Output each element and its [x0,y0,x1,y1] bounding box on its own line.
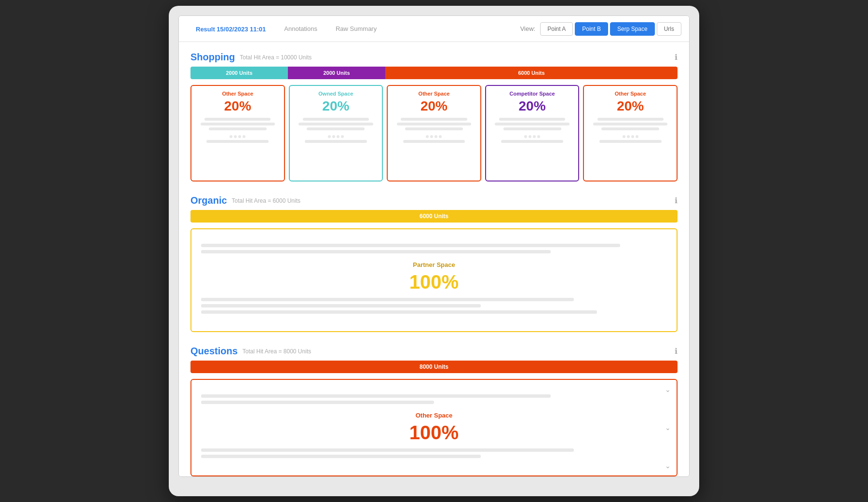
organic-bar: 6000 Units [190,210,678,223]
bar-segment-orange: 6000 Units [385,67,678,79]
tab-annotations[interactable]: Annotations [275,21,326,37]
organic-line1 [201,244,620,247]
questions-card-label: Other Space [416,412,453,419]
card3-label: Other Space [419,91,450,97]
questions-line2 [201,401,434,404]
view-btn-serp-space[interactable]: Serp Space [610,22,655,36]
card1-dots [230,135,245,138]
organic-section: Organic Total Hit Area = 6000 Units ℹ 60… [190,195,678,332]
card4-line4 [501,140,563,143]
dot [623,135,625,138]
tab-result[interactable]: Result 15/02/2023 11:01 [187,21,275,37]
card3-line1 [401,118,467,121]
dot [631,135,634,138]
view-label: View: [520,25,536,32]
shopping-card-2: Owned Space 20% [289,85,383,181]
organic-title: Organic [190,195,227,206]
shopping-cards-row: Other Space 20% [190,85,678,181]
card1-line4 [206,140,269,143]
shopping-title: Shopping [190,52,235,63]
dot [529,135,531,138]
questions-bar: 8000 Units [190,361,678,373]
dot [337,135,339,138]
organic-line5 [201,310,597,314]
questions-subtitle: Total Hit Area = 8000 Units [243,348,311,355]
dot [636,135,638,138]
dot [524,135,527,138]
dot [328,135,331,138]
questions-section: Questions Total Hit Area = 8000 Units ℹ … [190,346,678,476]
dot [533,135,536,138]
organic-line2 [201,250,551,253]
dot [234,135,237,138]
shopping-card-5: Other Space 20% [583,85,678,181]
view-btn-point-a[interactable]: Point A [540,22,573,36]
shopping-header: Shopping Total Hit Area = 10000 Units ℹ [190,52,678,63]
questions-line1 [201,394,551,398]
shopping-info-icon[interactable]: ℹ [675,53,678,62]
card1-pct: 20% [224,98,251,114]
questions-info-icon[interactable]: ℹ [675,347,678,356]
card2-line1 [303,118,369,121]
organic-card-label: Partner Space [413,261,455,268]
dot [434,135,437,138]
dot [238,135,241,138]
card5-line1 [597,118,664,121]
view-btn-urls[interactable]: Urls [657,22,681,36]
chevron-bot-icon: ⌄ [665,462,671,470]
card2-line2 [298,123,373,126]
card5-label: Other Space [615,91,646,97]
bar-segment-teal: 2000 Units [190,67,288,79]
card2-lines [295,118,378,143]
card5-line3 [601,127,659,130]
card5-line2 [593,123,667,126]
questions-card-pct: 100% [409,422,459,444]
dot [537,135,540,138]
card5-lines [589,118,672,143]
organic-line4 [201,304,481,307]
card2-dots [328,135,344,138]
card3-pct: 20% [420,98,448,114]
card3-line4 [403,140,465,143]
dot [430,135,433,138]
laptop-frame: Result 15/02/2023 11:01 Annotations Raw … [169,6,699,496]
dot [426,135,429,138]
tab-bar: Result 15/02/2023 11:01 Annotations Raw … [179,16,689,42]
card4-label: Competitor Space [510,91,555,97]
bar-segment-purple: 2000 Units [288,67,385,79]
card5-pct: 20% [617,98,644,114]
shopping-unit-bar: 2000 Units 2000 Units 6000 Units [190,67,678,79]
card5-dots [623,135,638,138]
dot [243,135,245,138]
tab-raw-summary[interactable]: Raw Summary [326,21,386,37]
organic-info-icon[interactable]: ℹ [675,196,678,205]
card1-label: Other Space [222,91,253,97]
card3-line2 [397,123,471,126]
organic-card: Partner Space 100% [190,228,678,332]
card2-line3 [307,127,365,130]
questions-line4 [201,455,481,458]
card1-lines [196,118,279,143]
view-btn-point-b[interactable]: Point B [575,22,608,36]
card1-line3 [209,127,267,130]
view-buttons: Point A Point B Serp Space Urls [540,22,681,36]
card4-line2 [495,123,569,126]
organic-subtitle: Total Hit Area = 6000 Units [232,197,300,204]
shopping-card-4: Competitor Space 20% [485,85,580,181]
questions-line3 [201,448,574,452]
questions-card: ⌄ Other Space 100% ⌄ ⌄ [190,379,678,476]
organic-header: Organic Total Hit Area = 6000 Units ℹ [190,195,678,206]
questions-title: Questions [190,346,238,357]
card4-pct: 20% [519,98,546,114]
questions-header: Questions Total Hit Area = 8000 Units ℹ [190,346,678,357]
card4-lines [491,118,574,143]
card3-lines [393,118,475,143]
shopping-subtitle: Total Hit Area = 10000 Units [240,54,312,61]
card2-line4 [305,140,367,143]
card2-label: Owned Space [318,91,353,97]
dot [341,135,344,138]
organic-card-pct: 100% [409,271,459,293]
shopping-card-1: Other Space 20% [190,85,285,181]
card1-line2 [201,123,275,126]
card4-line1 [499,118,565,121]
